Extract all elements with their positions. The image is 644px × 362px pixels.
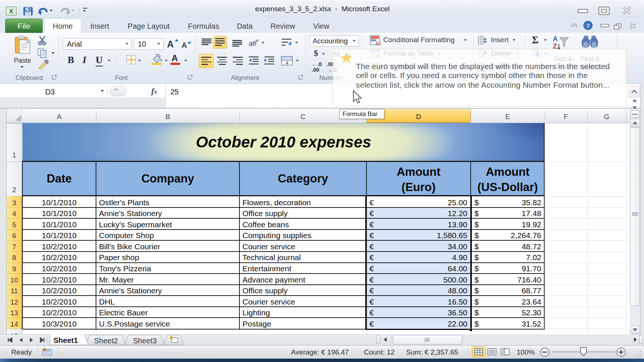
- svg-text:A: A: [553, 35, 558, 43]
- svg-text:X: X: [9, 8, 13, 15]
- svg-text:ab: ab: [249, 40, 256, 47]
- svg-text:?: ?: [586, 22, 590, 29]
- svg-text:ss: ss: [376, 41, 381, 46]
- svg-text:a: a: [285, 60, 288, 65]
